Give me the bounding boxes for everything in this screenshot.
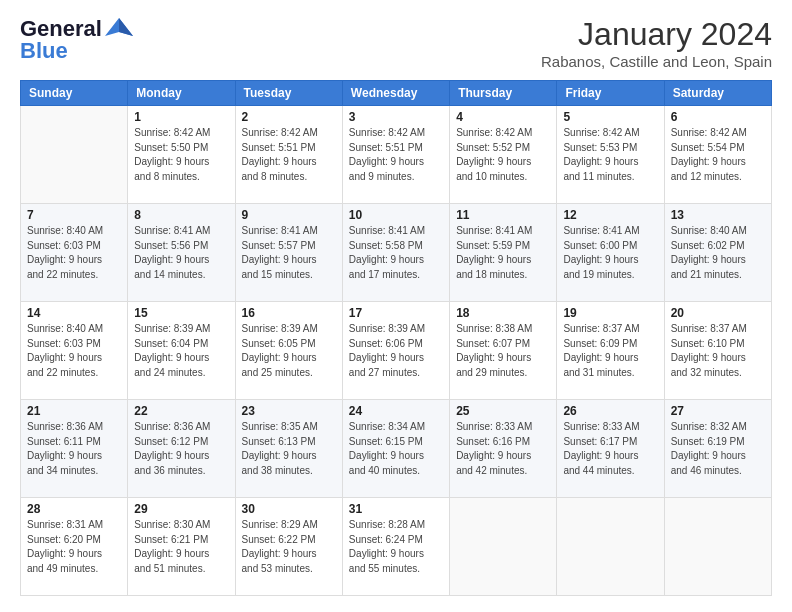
calendar-cell: 23Sunrise: 8:35 AM Sunset: 6:13 PM Dayli… [235, 400, 342, 498]
day-info: Sunrise: 8:41 AM Sunset: 6:00 PM Dayligh… [563, 224, 657, 282]
calendar-cell: 1Sunrise: 8:42 AM Sunset: 5:50 PM Daylig… [128, 106, 235, 204]
calendar-cell: 9Sunrise: 8:41 AM Sunset: 5:57 PM Daylig… [235, 204, 342, 302]
day-number: 31 [349, 502, 443, 516]
col-wednesday: Wednesday [342, 81, 449, 106]
day-number: 5 [563, 110, 657, 124]
day-number: 18 [456, 306, 550, 320]
day-number: 19 [563, 306, 657, 320]
col-thursday: Thursday [450, 81, 557, 106]
calendar-cell: 26Sunrise: 8:33 AM Sunset: 6:17 PM Dayli… [557, 400, 664, 498]
day-number: 2 [242, 110, 336, 124]
calendar-cell: 5Sunrise: 8:42 AM Sunset: 5:53 PM Daylig… [557, 106, 664, 204]
calendar-week-1: 1Sunrise: 8:42 AM Sunset: 5:50 PM Daylig… [21, 106, 772, 204]
day-number: 25 [456, 404, 550, 418]
calendar-cell: 11Sunrise: 8:41 AM Sunset: 5:59 PM Dayli… [450, 204, 557, 302]
day-info: Sunrise: 8:35 AM Sunset: 6:13 PM Dayligh… [242, 420, 336, 478]
calendar-week-5: 28Sunrise: 8:31 AM Sunset: 6:20 PM Dayli… [21, 498, 772, 596]
day-number: 21 [27, 404, 121, 418]
month-title: January 2024 [541, 16, 772, 53]
day-info: Sunrise: 8:42 AM Sunset: 5:51 PM Dayligh… [242, 126, 336, 184]
day-number: 10 [349, 208, 443, 222]
calendar-week-3: 14Sunrise: 8:40 AM Sunset: 6:03 PM Dayli… [21, 302, 772, 400]
day-info: Sunrise: 8:33 AM Sunset: 6:16 PM Dayligh… [456, 420, 550, 478]
title-section: January 2024 Rabanos, Castille and Leon,… [541, 16, 772, 70]
calendar-week-4: 21Sunrise: 8:36 AM Sunset: 6:11 PM Dayli… [21, 400, 772, 498]
day-info: Sunrise: 8:42 AM Sunset: 5:51 PM Dayligh… [349, 126, 443, 184]
day-number: 30 [242, 502, 336, 516]
day-info: Sunrise: 8:39 AM Sunset: 6:05 PM Dayligh… [242, 322, 336, 380]
calendar-header-row: Sunday Monday Tuesday Wednesday Thursday… [21, 81, 772, 106]
day-number: 26 [563, 404, 657, 418]
day-info: Sunrise: 8:40 AM Sunset: 6:03 PM Dayligh… [27, 224, 121, 282]
day-info: Sunrise: 8:40 AM Sunset: 6:02 PM Dayligh… [671, 224, 765, 282]
day-number: 28 [27, 502, 121, 516]
calendar-cell [557, 498, 664, 596]
day-info: Sunrise: 8:37 AM Sunset: 6:09 PM Dayligh… [563, 322, 657, 380]
day-info: Sunrise: 8:42 AM Sunset: 5:52 PM Dayligh… [456, 126, 550, 184]
calendar-cell: 8Sunrise: 8:41 AM Sunset: 5:56 PM Daylig… [128, 204, 235, 302]
page: General Blue January 2024 Rabanos, Casti… [0, 0, 792, 612]
calendar-cell: 17Sunrise: 8:39 AM Sunset: 6:06 PM Dayli… [342, 302, 449, 400]
logo-icon [105, 14, 133, 42]
day-number: 23 [242, 404, 336, 418]
day-number: 7 [27, 208, 121, 222]
day-info: Sunrise: 8:40 AM Sunset: 6:03 PM Dayligh… [27, 322, 121, 380]
col-tuesday: Tuesday [235, 81, 342, 106]
calendar-cell: 24Sunrise: 8:34 AM Sunset: 6:15 PM Dayli… [342, 400, 449, 498]
day-number: 29 [134, 502, 228, 516]
calendar-cell: 22Sunrise: 8:36 AM Sunset: 6:12 PM Dayli… [128, 400, 235, 498]
col-friday: Friday [557, 81, 664, 106]
day-number: 6 [671, 110, 765, 124]
calendar-cell [664, 498, 771, 596]
day-info: Sunrise: 8:41 AM Sunset: 5:57 PM Dayligh… [242, 224, 336, 282]
calendar-cell: 2Sunrise: 8:42 AM Sunset: 5:51 PM Daylig… [235, 106, 342, 204]
day-info: Sunrise: 8:38 AM Sunset: 6:07 PM Dayligh… [456, 322, 550, 380]
day-number: 24 [349, 404, 443, 418]
calendar-cell: 21Sunrise: 8:36 AM Sunset: 6:11 PM Dayli… [21, 400, 128, 498]
calendar-cell: 7Sunrise: 8:40 AM Sunset: 6:03 PM Daylig… [21, 204, 128, 302]
day-number: 9 [242, 208, 336, 222]
day-number: 16 [242, 306, 336, 320]
calendar-week-2: 7Sunrise: 8:40 AM Sunset: 6:03 PM Daylig… [21, 204, 772, 302]
calendar-cell: 16Sunrise: 8:39 AM Sunset: 6:05 PM Dayli… [235, 302, 342, 400]
day-number: 3 [349, 110, 443, 124]
calendar-cell: 6Sunrise: 8:42 AM Sunset: 5:54 PM Daylig… [664, 106, 771, 204]
calendar-cell [21, 106, 128, 204]
day-info: Sunrise: 8:39 AM Sunset: 6:06 PM Dayligh… [349, 322, 443, 380]
day-info: Sunrise: 8:31 AM Sunset: 6:20 PM Dayligh… [27, 518, 121, 576]
calendar-cell: 28Sunrise: 8:31 AM Sunset: 6:20 PM Dayli… [21, 498, 128, 596]
day-info: Sunrise: 8:42 AM Sunset: 5:50 PM Dayligh… [134, 126, 228, 184]
day-info: Sunrise: 8:29 AM Sunset: 6:22 PM Dayligh… [242, 518, 336, 576]
day-info: Sunrise: 8:33 AM Sunset: 6:17 PM Dayligh… [563, 420, 657, 478]
header: General Blue January 2024 Rabanos, Casti… [20, 16, 772, 70]
day-number: 13 [671, 208, 765, 222]
calendar-cell: 19Sunrise: 8:37 AM Sunset: 6:09 PM Dayli… [557, 302, 664, 400]
day-info: Sunrise: 8:28 AM Sunset: 6:24 PM Dayligh… [349, 518, 443, 576]
calendar-cell: 29Sunrise: 8:30 AM Sunset: 6:21 PM Dayli… [128, 498, 235, 596]
calendar-cell: 10Sunrise: 8:41 AM Sunset: 5:58 PM Dayli… [342, 204, 449, 302]
calendar-cell: 15Sunrise: 8:39 AM Sunset: 6:04 PM Dayli… [128, 302, 235, 400]
day-number: 12 [563, 208, 657, 222]
day-info: Sunrise: 8:30 AM Sunset: 6:21 PM Dayligh… [134, 518, 228, 576]
day-info: Sunrise: 8:42 AM Sunset: 5:53 PM Dayligh… [563, 126, 657, 184]
day-info: Sunrise: 8:41 AM Sunset: 5:59 PM Dayligh… [456, 224, 550, 282]
calendar-table: Sunday Monday Tuesday Wednesday Thursday… [20, 80, 772, 596]
day-info: Sunrise: 8:41 AM Sunset: 5:56 PM Dayligh… [134, 224, 228, 282]
day-number: 15 [134, 306, 228, 320]
calendar-cell: 14Sunrise: 8:40 AM Sunset: 6:03 PM Dayli… [21, 302, 128, 400]
calendar-cell: 20Sunrise: 8:37 AM Sunset: 6:10 PM Dayli… [664, 302, 771, 400]
calendar-cell: 30Sunrise: 8:29 AM Sunset: 6:22 PM Dayli… [235, 498, 342, 596]
svg-marker-1 [119, 18, 133, 36]
day-number: 1 [134, 110, 228, 124]
day-info: Sunrise: 8:37 AM Sunset: 6:10 PM Dayligh… [671, 322, 765, 380]
day-number: 14 [27, 306, 121, 320]
day-number: 11 [456, 208, 550, 222]
logo: General Blue [20, 16, 133, 64]
calendar-cell: 13Sunrise: 8:40 AM Sunset: 6:02 PM Dayli… [664, 204, 771, 302]
day-info: Sunrise: 8:36 AM Sunset: 6:12 PM Dayligh… [134, 420, 228, 478]
day-number: 20 [671, 306, 765, 320]
day-info: Sunrise: 8:32 AM Sunset: 6:19 PM Dayligh… [671, 420, 765, 478]
day-info: Sunrise: 8:42 AM Sunset: 5:54 PM Dayligh… [671, 126, 765, 184]
day-info: Sunrise: 8:41 AM Sunset: 5:58 PM Dayligh… [349, 224, 443, 282]
calendar-cell: 25Sunrise: 8:33 AM Sunset: 6:16 PM Dayli… [450, 400, 557, 498]
